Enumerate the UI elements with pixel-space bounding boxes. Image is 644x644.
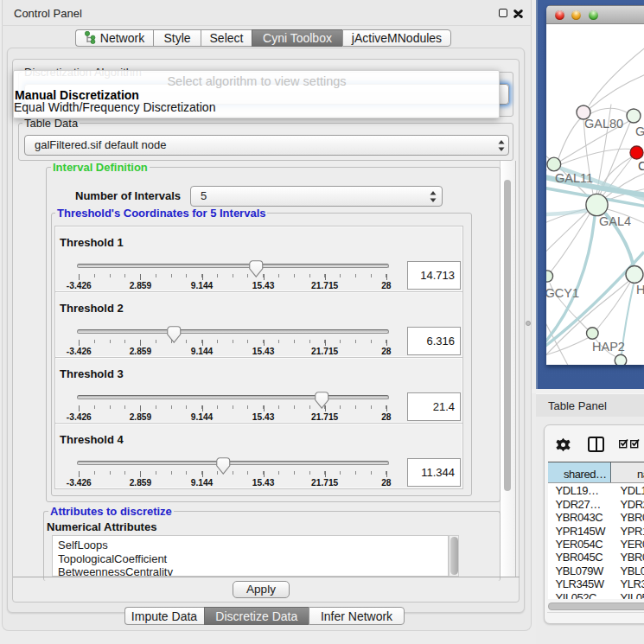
svg-text:GAL4: GAL4 (599, 214, 631, 228)
svg-text:GAL80: GAL80 (584, 117, 623, 131)
svg-text:HIS: HIS (636, 282, 644, 296)
svg-text:GAL11: GAL11 (555, 171, 593, 185)
svg-text:GAL3: GAL3 (635, 124, 644, 137)
svg-text:HAP2: HAP2 (592, 340, 625, 354)
svg-text:CD: CD (638, 158, 644, 172)
svg-text:GCY1: GCY1 (546, 286, 579, 300)
